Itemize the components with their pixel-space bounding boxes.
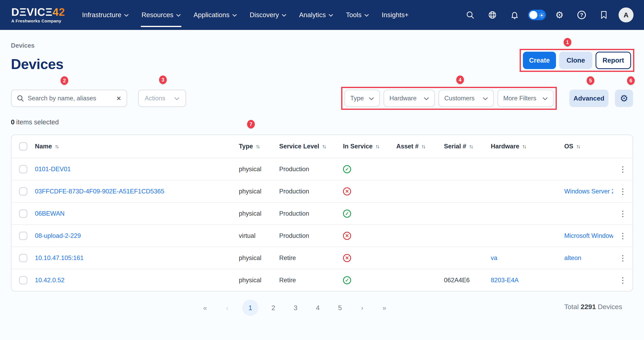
device-name-link[interactable]: 08-upload-2-229 [35, 232, 239, 240]
type-cell: physical [239, 276, 279, 284]
column-header-asset[interactable]: Asset # [396, 143, 444, 150]
pagination-page-2[interactable]: 2 [266, 300, 280, 316]
create-button[interactable]: Create [523, 52, 556, 69]
globe-icon[interactable] [481, 10, 504, 20]
service-level-cell: Production [279, 166, 343, 173]
table-body: 0101-DEV01 physical Production 03FFCDFE-… [12, 158, 632, 291]
table-row: 10.42.0.52 physical Retire 062A4E6 8203-… [12, 269, 632, 291]
select-all-checkbox[interactable] [19, 142, 28, 150]
type-cell: physical [239, 254, 279, 262]
table-header-row: Name Type Service Level In Service Asset… [12, 135, 632, 158]
service-level-cell: Retire [279, 254, 343, 262]
clone-button[interactable]: Clone [559, 52, 592, 69]
bookmark-icon[interactable] [593, 11, 615, 19]
advanced-button[interactable]: Advanced [569, 90, 608, 107]
gear-icon: ⚙ [620, 94, 628, 103]
report-button[interactable]: Report [596, 52, 631, 69]
table-settings-button[interactable]: ⚙ [615, 90, 633, 107]
device-name-link[interactable]: 10.42.0.52 [35, 276, 239, 284]
theme-toggle[interactable] [528, 10, 546, 20]
row-menu-icon[interactable] [619, 210, 627, 218]
chevron-down-icon [232, 14, 237, 17]
clear-search-icon[interactable] [116, 95, 121, 102]
device-name-link[interactable]: 06BEWAN [35, 210, 239, 217]
service-level-cell: Production [279, 188, 343, 195]
filter-type-dropdown[interactable]: Type [344, 90, 380, 107]
actions-dropdown[interactable]: Actions [138, 90, 186, 107]
pagination-page-3[interactable]: 3 [288, 300, 303, 316]
hardware-link[interactable]: va [491, 254, 564, 262]
os-link[interactable]: Windows Server 20 [564, 188, 613, 195]
serial-cell: 062A4E6 [444, 276, 491, 284]
column-header-serial[interactable]: Serial # [444, 143, 491, 150]
hardware-link[interactable]: 8203-E4A [491, 276, 564, 284]
nav-item-resources[interactable]: Resources [135, 0, 187, 30]
row-menu-icon[interactable] [619, 165, 627, 173]
pagination-page-4[interactable]: 4 [310, 300, 325, 316]
device-name-link[interactable]: 10.10.47.105:161 [35, 254, 239, 262]
pagination-page-5[interactable]: 5 [333, 300, 347, 316]
logo-accent-42: 42 [53, 6, 65, 18]
os-link[interactable]: alteon [564, 254, 613, 262]
pagination-first-button[interactable]: « [198, 300, 212, 316]
pagination-prev-button[interactable]: ‹ [220, 300, 234, 316]
annotation-box-filters: Type Hardware Customers More Filters [341, 87, 557, 110]
sun-icon [539, 12, 544, 20]
row-checkbox[interactable] [19, 254, 28, 262]
page-content: Devices Devices Create Clone Report Acti… [0, 30, 644, 316]
device-name-link[interactable]: 03FFCDFE-873D-4F09-902E-A51EF1CD5365 [35, 188, 239, 195]
column-header-in-service[interactable]: In Service [343, 143, 396, 150]
breadcrumb[interactable]: Devices [11, 30, 34, 49]
os-link[interactable]: Microsoft Windows [564, 232, 613, 240]
in-service-check-icon [343, 165, 351, 173]
nav-item-applications[interactable]: Applications [187, 0, 243, 30]
search-input[interactable] [28, 95, 113, 102]
nav-item-infrastructure[interactable]: Infrastructure [76, 0, 135, 30]
nav-item-analytics[interactable]: Analytics [293, 0, 340, 30]
column-header-name[interactable]: Name [35, 143, 239, 150]
table-row: 10.10.47.105:161 physical Retire va alte… [12, 246, 632, 269]
devices-table: Name Type Service Level In Service Asset… [11, 134, 633, 292]
nav-item-insights-plus[interactable]: Insights+ [375, 0, 415, 30]
filter-customers-dropdown[interactable]: Customers [438, 90, 494, 107]
user-avatar[interactable]: A [618, 8, 634, 22]
in-service-cross-icon [343, 254, 351, 262]
settings-gear-icon[interactable]: ⚙ [548, 10, 570, 20]
type-cell: physical [239, 210, 279, 217]
sort-icon [522, 143, 526, 150]
annotation-badge-1: 1 [564, 38, 571, 46]
device-name-link[interactable]: 0101-DEV01 [35, 166, 239, 173]
device42-logo[interactable]: DΞVICΞ42 A Freshworks Company [11, 6, 65, 24]
column-header-type[interactable]: Type [239, 143, 279, 150]
column-header-service-level[interactable]: Service Level [279, 143, 343, 150]
notifications-bell-icon[interactable] [504, 10, 526, 20]
row-checkbox[interactable] [19, 165, 28, 174]
row-menu-icon[interactable] [619, 254, 627, 262]
pagination-next-button[interactable]: › [355, 300, 370, 316]
chevron-down-icon [174, 97, 180, 100]
column-header-os[interactable]: OS [564, 143, 613, 150]
row-menu-icon[interactable] [619, 276, 627, 284]
in-service-cross-icon [343, 232, 351, 240]
filter-more-filters-dropdown[interactable]: More Filters [498, 90, 554, 107]
column-header-hardware[interactable]: Hardware [491, 143, 564, 150]
search-box[interactable] [11, 90, 127, 107]
pagination-page-1[interactable]: 1 [242, 300, 258, 316]
row-menu-icon[interactable] [619, 188, 627, 195]
chevron-down-icon [282, 14, 286, 17]
sort-icon [375, 143, 379, 150]
row-checkbox[interactable] [19, 276, 28, 284]
filter-hardware-dropdown[interactable]: Hardware [384, 90, 435, 107]
row-menu-icon[interactable] [619, 232, 627, 240]
help-icon[interactable]: ? [570, 11, 593, 19]
row-checkbox[interactable] [19, 209, 28, 218]
chevron-down-icon [542, 97, 548, 100]
sort-icon [322, 143, 326, 150]
nav-item-discovery[interactable]: Discovery [243, 0, 293, 30]
pagination-last-button[interactable]: » [377, 300, 392, 316]
nav-item-tools[interactable]: Tools [340, 0, 375, 30]
sort-icon [469, 143, 472, 150]
search-icon[interactable] [459, 11, 481, 19]
row-checkbox[interactable] [19, 232, 28, 240]
row-checkbox[interactable] [19, 187, 28, 196]
